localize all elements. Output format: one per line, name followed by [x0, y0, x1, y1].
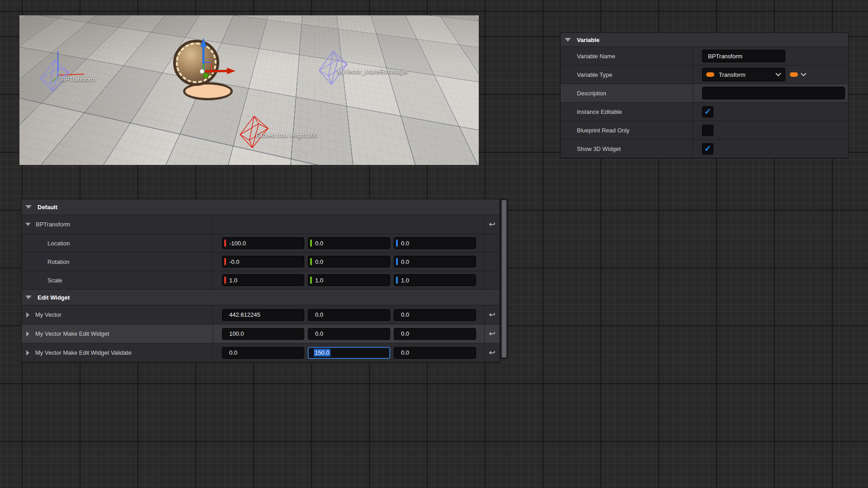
variable-category-header[interactable]: Variable — [561, 33, 848, 47]
scale-y-input[interactable]: 1.0 — [308, 274, 390, 286]
collapse-arrow-icon — [25, 296, 32, 299]
mvmew-validate-label: My Vector Make Edit Widget Validate — [35, 349, 132, 356]
mvmew-z-input[interactable]: 0.0 — [394, 328, 476, 340]
y-axis-bar-icon — [310, 277, 312, 284]
chevron-down-icon — [801, 73, 807, 76]
translate-gizmo[interactable] — [200, 38, 236, 78]
rotation-y-input[interactable]: 0.0 — [308, 256, 390, 267]
variable-name-value: BPTransform — [708, 53, 742, 60]
z-axis-bar-icon — [396, 258, 398, 265]
variable-type-dropdown[interactable]: Transform — [702, 68, 785, 81]
mvmew-x-input[interactable]: 100.0 — [222, 328, 304, 340]
mvmew-y-input[interactable]: 0.0 — [308, 328, 390, 340]
rotation-x-input[interactable]: -0.0 — [222, 256, 304, 267]
blueprint-editor-graph[interactable]: BPTransform MyVector_MakeEditWidget Exce… — [0, 0, 868, 488]
mvmew-validate-y-input-selected[interactable]: 150.0 — [308, 347, 390, 359]
my-vector-y-input[interactable]: 0.0 — [308, 309, 390, 321]
variable-type-label: Variable Type — [561, 66, 693, 84]
viewport-gizmo-layer — [19, 15, 479, 165]
variable-name-label: Variable Name — [561, 47, 693, 65]
x-axis-bar-icon — [224, 277, 226, 284]
reset-to-default-button[interactable] — [489, 349, 495, 357]
viewport-3d[interactable]: BPTransform MyVector_MakeEditWidget Exce… — [19, 15, 479, 165]
transform-pin-icon — [706, 72, 714, 77]
rotation-row: Rotation -0.0 0.0 0.0 — [22, 253, 500, 271]
myvector-wireframe-octahedron[interactable] — [319, 51, 347, 84]
default-category-header[interactable]: Default — [22, 199, 500, 215]
location-label: Location — [22, 234, 213, 252]
variable-type-value: Transform — [719, 71, 775, 78]
mvmew-validate-x-input[interactable]: 0.0 — [222, 347, 304, 359]
transform-pin-icon — [790, 72, 798, 77]
collapse-arrow-icon — [25, 205, 32, 209]
blueprint-read-only-row: Blueprint Read Only — [561, 121, 848, 140]
collapse-arrow-icon — [565, 38, 571, 42]
my-vector-label: My Vector — [35, 311, 61, 318]
reset-to-default-button[interactable] — [489, 221, 495, 228]
scale-row: Scale 1.0 1.0 1.0 — [22, 271, 500, 290]
reset-to-default-button[interactable] — [489, 330, 495, 338]
defaults-panel: Default BPTransform Location -100.0 0.0 … — [22, 199, 500, 362]
scale-label: Scale — [22, 271, 213, 289]
show-3d-widget-checkbox[interactable] — [702, 143, 713, 155]
default-category-title: Default — [38, 204, 57, 211]
scrollbar-thumb[interactable] — [502, 200, 506, 357]
variable-category-title: Variable — [577, 37, 599, 43]
y-axis-bar-icon — [310, 239, 312, 247]
description-row: Description — [561, 84, 848, 103]
collapse-arrow-icon[interactable] — [25, 223, 31, 226]
label-exceed-max-length: Exceed max length:100 — [256, 132, 317, 139]
blueprint-read-only-label: Blueprint Read Only — [561, 121, 693, 139]
description-label: Description — [561, 84, 693, 102]
scale-x-input[interactable]: 1.0 — [222, 274, 304, 286]
variable-name-input[interactable]: BPTransform — [702, 50, 785, 62]
variable-panel: Variable Variable Name BPTransform Varia… — [561, 33, 848, 158]
description-input[interactable] — [702, 87, 845, 99]
location-z-input[interactable]: 0.0 — [394, 237, 476, 249]
variable-name-row: Variable Name BPTransform — [561, 47, 848, 66]
label-bptransform: BPTransform — [61, 76, 96, 83]
my-vector-z-input[interactable]: 0.0 — [394, 309, 476, 321]
label-myvector-makeeditwidget: MyVector_MakeEditWidget — [337, 68, 408, 75]
x-axis-bar-icon — [224, 258, 226, 265]
mvmew-validate-z-input[interactable]: 0.0 — [394, 347, 476, 359]
container-type-dropdown[interactable] — [790, 72, 807, 77]
bptransform-group-row: BPTransform — [22, 215, 500, 234]
show-3d-widget-label: Show 3D Widget — [561, 140, 693, 158]
rotation-z-input[interactable]: 0.0 — [394, 256, 476, 267]
blueprint-read-only-checkbox[interactable] — [702, 125, 713, 136]
y-axis-bar-icon — [310, 258, 312, 265]
show-3d-widget-row: Show 3D Widget — [561, 140, 848, 158]
my-vector-row: My Vector 442.612245 0.0 0.0 — [22, 305, 500, 324]
scale-z-input[interactable]: 1.0 — [394, 274, 476, 286]
variable-type-row: Variable Type Transform — [561, 66, 848, 84]
instance-editable-label: Instance Editable — [561, 103, 693, 121]
z-axis-bar-icon — [396, 277, 398, 284]
instance-editable-row: Instance Editable — [561, 103, 848, 121]
edit-widget-category-title: Edit Widget — [38, 294, 70, 301]
bptransform-group-label: BPTransform — [36, 221, 70, 228]
instance-editable-checkbox[interactable] — [702, 106, 713, 117]
chevron-down-icon — [775, 73, 781, 76]
location-row: Location -100.0 0.0 0.0 — [22, 234, 500, 253]
location-y-input[interactable]: 0.0 — [308, 237, 390, 249]
location-x-input[interactable]: -100.0 — [222, 237, 304, 249]
my-vector-x-input[interactable]: 442.612245 — [222, 309, 304, 321]
reset-to-default-button[interactable] — [489, 311, 495, 319]
details-scrollbar[interactable] — [500, 199, 508, 358]
edit-widget-category-header[interactable]: Edit Widget — [22, 290, 500, 305]
rotation-label: Rotation — [22, 253, 213, 271]
expand-arrow-icon[interactable] — [26, 350, 29, 356]
x-axis-bar-icon — [224, 239, 226, 247]
my-vector-make-edit-widget-label: My Vector Make Edit Widget — [35, 330, 109, 337]
z-axis-bar-icon — [396, 239, 398, 247]
expand-arrow-icon[interactable] — [26, 312, 29, 318]
my-vector-make-edit-widget-validate-row: My Vector Make Edit Widget Validate 0.0 … — [22, 343, 500, 362]
my-vector-make-edit-widget-row: My Vector Make Edit Widget 100.0 0.0 0.0 — [22, 324, 500, 343]
expand-arrow-icon[interactable] — [26, 331, 29, 337]
